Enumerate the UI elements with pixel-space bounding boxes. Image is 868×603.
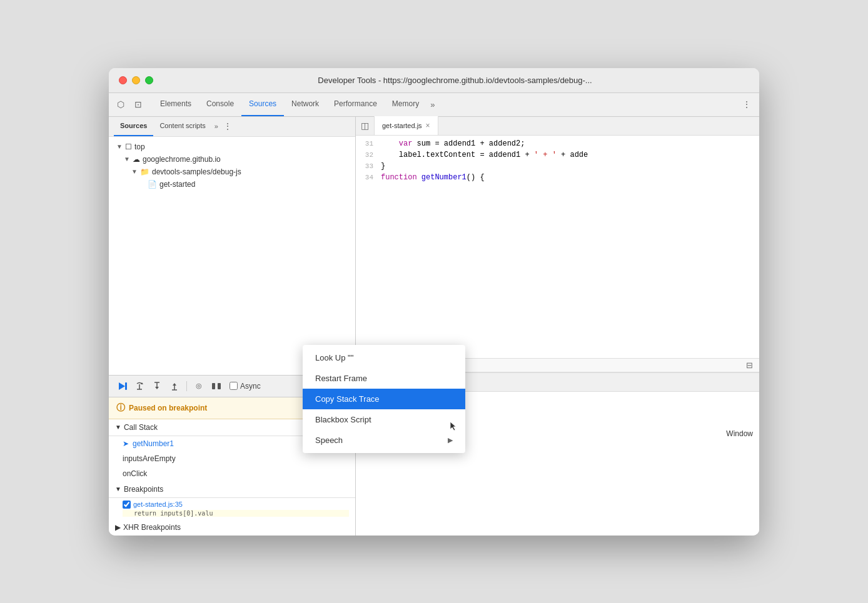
context-menu-item-lookup[interactable]: Look Up "" <box>303 347 465 368</box>
code-view[interactable]: 31 var sum = addend1 + addend2; 32 label… <box>356 136 759 358</box>
folder-blue-icon: 📁 <box>140 167 149 176</box>
context-menu-item-blackbox[interactable]: Blackbox Script <box>303 409 465 430</box>
call-stack-label: Call Stack <box>124 423 158 432</box>
xhr-breakpoints-header[interactable]: ▶ XHR Breakpoints <box>109 519 355 536</box>
sources-subtabs: Sources Content scripts » ⋮ <box>109 117 355 137</box>
devtools-main: Sources Content scripts » ⋮ ▼ ☐ top ▼ ☁ <box>109 117 759 536</box>
tab-performance[interactable]: Performance <box>326 92 385 116</box>
blackbox-button[interactable]: ◎ <box>192 379 206 393</box>
tree-item-top[interactable]: ▼ ☐ top <box>109 141 355 153</box>
line-num-31: 31 <box>356 138 378 149</box>
sources-tab-overflow[interactable]: » <box>212 122 221 130</box>
svg-marker-9 <box>173 383 176 386</box>
tab-sources[interactable]: Sources <box>241 92 284 116</box>
code-line-31: 31 var sum = addend1 + addend2; <box>356 138 759 149</box>
step-out-button[interactable] <box>168 379 181 393</box>
tab-toggle-icon[interactable]: ◫ <box>356 116 375 135</box>
device-icon[interactable]: ⊡ <box>131 97 145 111</box>
code-line-32: 32 label.textContent = addend1 + ' + ' +… <box>356 149 759 161</box>
toolbar-separator <box>186 381 187 391</box>
cloud-icon: ☁ <box>133 155 140 164</box>
call-stack-arrow-icon: ▼ <box>115 424 121 431</box>
step-into-button[interactable] <box>150 379 164 393</box>
line-code-33: } <box>378 161 759 172</box>
step-over-button[interactable] <box>133 379 146 393</box>
sources-tab-more[interactable]: ⋮ <box>223 121 232 131</box>
async-checkbox[interactable] <box>230 382 238 390</box>
file-tree: ▼ ☐ top ▼ ☁ googlechrome.github.io ▼ 📁 d… <box>109 137 355 375</box>
context-menu-item-restart[interactable]: Restart Frame <box>303 368 465 389</box>
bp-label: get-started.js:35 <box>123 501 349 509</box>
devtools-tab-bar: ⬡ ⊡ Elements Console Sources Network Per… <box>109 93 759 117</box>
traffic-lights <box>119 76 153 84</box>
breakpoints-label: Breakpoints <box>124 485 163 494</box>
file-tab-name: get-started.js <box>382 122 422 129</box>
line-num-32: 32 <box>356 149 378 161</box>
right-panel: ◫ get-started.js × 31 var sum = addend1 … <box>356 117 759 536</box>
line-code-32: label.textContent = addend1 + ' + ' + ad… <box>378 149 759 161</box>
breakpoint-item-0[interactable]: get-started.js:35 return inputs[0].valu <box>109 498 355 519</box>
speech-submenu-arrow: ▶ <box>448 436 453 444</box>
devtools-icons: ⬡ ⊡ <box>114 97 145 111</box>
tabs-more-icon[interactable]: ⋮ <box>739 97 754 112</box>
title-bar: Developer Tools - https://googlechrome.g… <box>109 68 759 93</box>
xhr-label: XHR Breakpoints <box>123 523 181 532</box>
info-icon: ⓘ <box>116 402 125 414</box>
svg-rect-12 <box>218 383 221 389</box>
sources-tab-sources[interactable]: Sources <box>114 116 153 136</box>
tab-memory[interactable]: Memory <box>385 92 426 116</box>
minimize-button[interactable] <box>132 76 140 84</box>
call-stack-item-2[interactable]: onClick <box>109 466 355 481</box>
code-area: ◫ get-started.js × 31 var sum = addend1 … <box>356 117 759 373</box>
breakpoints-arrow-icon: ▼ <box>115 486 121 492</box>
window-title: Developer Tools - https://googlechrome.g… <box>161 76 749 85</box>
breakpoints-header[interactable]: ▼ Breakpoints <box>109 481 355 498</box>
current-frame-arrow: ➤ <box>123 439 129 448</box>
code-line-34: 34 function getNumber1() { <box>356 172 759 183</box>
global-scope-val: Window <box>726 429 753 438</box>
svg-rect-1 <box>125 382 127 390</box>
fullscreen-button[interactable] <box>145 76 153 84</box>
line-code-31: var sum = addend1 + addend2; <box>378 138 759 149</box>
resume-button[interactable] <box>115 379 129 393</box>
line-code-34: function getNumber1() { <box>378 172 759 183</box>
call-stack-item-1[interactable]: inputsAreEmpty <box>109 451 355 466</box>
line-num-33: 33 <box>356 161 378 172</box>
devtools-window: Developer Tools - https://googlechrome.g… <box>109 68 759 536</box>
file-tab-getstarted[interactable]: get-started.js × <box>375 116 438 135</box>
context-menu: Look Up "" Restart Frame Copy Stack Trac… <box>303 345 465 453</box>
tree-arrow-devtools: ▼ <box>131 168 138 175</box>
paused-text: Paused on breakpoint <box>129 404 207 412</box>
context-menu-item-speech[interactable]: Speech ▶ <box>303 430 465 451</box>
tree-arrow-github: ▼ <box>124 156 130 162</box>
bp-filename: get-started.js:35 <box>133 501 183 508</box>
svg-marker-0 <box>119 382 125 390</box>
context-menu-item-copy-stack[interactable]: Copy Stack Trace <box>303 389 465 409</box>
pretty-print-icon[interactable]: ⊟ <box>746 361 753 370</box>
inspect-icon[interactable]: ⬡ <box>114 97 128 111</box>
async-toggle[interactable]: Async <box>230 382 261 391</box>
line-num-34: 34 <box>356 172 378 183</box>
sources-tab-content-scripts[interactable]: Content scripts <box>153 116 211 136</box>
tab-elements[interactable]: Elements <box>153 92 199 116</box>
close-button[interactable] <box>119 76 127 84</box>
pause-exceptions-button[interactable] <box>209 379 223 393</box>
file-icon: 📄 <box>148 180 157 189</box>
code-line-33: 33 } <box>356 161 759 172</box>
tabs-overflow[interactable]: » <box>426 100 438 109</box>
file-tab-close[interactable]: × <box>426 121 430 130</box>
tree-arrow-top: ▼ <box>116 143 123 150</box>
tree-item-getstarted[interactable]: 📄 get-started <box>109 178 355 191</box>
tab-network[interactable]: Network <box>284 92 326 116</box>
tree-item-github[interactable]: ▼ ☁ googlechrome.github.io <box>109 153 355 166</box>
bp-checkbox[interactable] <box>123 501 131 509</box>
call-stack-item-label-0: getNumber1 <box>133 439 174 448</box>
file-tab-bar: ◫ get-started.js × <box>356 117 759 136</box>
tree-item-devtools[interactable]: ▼ 📁 devtools-samples/debug-js <box>109 166 355 178</box>
xhr-arrow-icon: ▶ <box>115 523 121 532</box>
bp-code: return inputs[0].valu <box>123 510 349 517</box>
call-stack-item-label-2: onClick <box>123 469 147 478</box>
tab-console[interactable]: Console <box>199 92 241 116</box>
left-panel: Sources Content scripts » ⋮ ▼ ☐ top ▼ ☁ <box>109 117 356 536</box>
folder-icon: ☐ <box>125 142 132 151</box>
